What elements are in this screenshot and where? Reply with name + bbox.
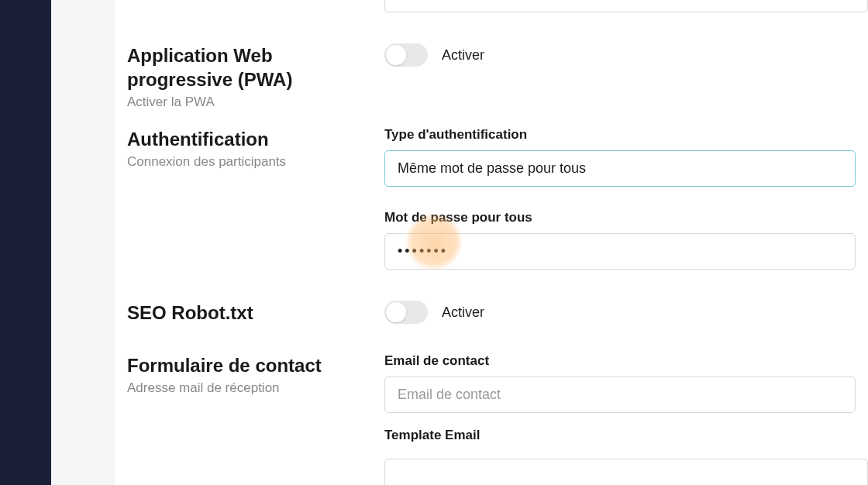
auth-subtitle: Connexion des participants: [127, 154, 369, 170]
auth-type-label: Type d'authentification: [384, 127, 856, 143]
template-email-group: Template Email: [384, 428, 868, 451]
pwa-toggle-row: Activer: [384, 43, 856, 67]
pwa-toggle-knob: [386, 45, 406, 65]
pwa-subtitle: Activer la PWA: [127, 95, 369, 110]
sidebar-dark: ENT: [0, 0, 51, 485]
contact-title: Formulaire de contact: [127, 353, 369, 377]
pwa-toggle[interactable]: [384, 43, 428, 67]
auth-section-header: Authentification Connexion des participa…: [127, 127, 384, 270]
pwa-section: Application Web progressive (PWA) Active…: [115, 43, 868, 110]
pwa-title: Application Web progressive (PWA): [127, 43, 369, 91]
seo-toggle-knob: [386, 302, 406, 322]
auth-password-input[interactable]: [384, 233, 856, 270]
seo-toggle[interactable]: [384, 301, 428, 324]
template-email-label: Template Email: [384, 428, 868, 443]
contact-email-input[interactable]: [384, 377, 856, 413]
auth-section: Authentification Connexion des participa…: [115, 127, 868, 270]
pwa-section-header: Application Web progressive (PWA) Active…: [127, 43, 384, 110]
auth-type-select[interactable]: Même mot de passe pour tous: [384, 150, 856, 187]
auth-controls: Type d'authentification Même mot de pass…: [384, 127, 856, 270]
contact-controls: Email de contact: [384, 353, 856, 413]
seo-section-header: SEO Robot.txt: [127, 301, 384, 328]
auth-password-label: Mot de passe pour tous: [384, 210, 856, 225]
contact-section: Formulaire de contact Adresse mail de ré…: [115, 353, 868, 413]
seo-section: SEO Robot.txt Activer: [115, 301, 868, 328]
contact-section-header: Formulaire de contact Adresse mail de ré…: [127, 353, 384, 413]
seo-title: SEO Robot.txt: [127, 301, 369, 325]
pwa-controls: Activer: [384, 43, 856, 110]
pwa-toggle-label: Activer: [442, 47, 484, 64]
settings-content: Application Web progressive (PWA) Active…: [115, 0, 868, 485]
contact-subtitle: Adresse mail de réception: [127, 380, 369, 396]
contact-email-label: Email de contact: [384, 353, 856, 369]
seo-toggle-label: Activer: [442, 304, 484, 321]
template-email-input[interactable]: [384, 459, 868, 485]
seo-toggle-row: Activer: [384, 301, 856, 324]
partial-input-top[interactable]: [384, 0, 868, 12]
secondary-panel: [51, 0, 115, 485]
auth-title: Authentification: [127, 127, 369, 151]
seo-controls: Activer: [384, 301, 856, 328]
